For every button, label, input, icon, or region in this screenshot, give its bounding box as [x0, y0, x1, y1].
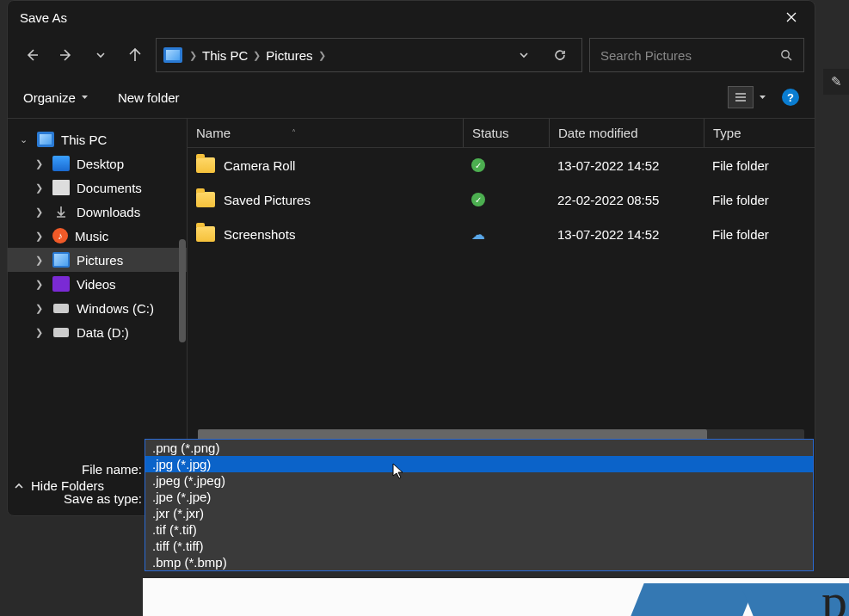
new-folder-button[interactable]: New folder — [118, 90, 180, 105]
column-status[interactable]: Status — [463, 119, 549, 147]
column-headers: Name ˄ Status Date modified Type — [188, 119, 815, 148]
address-bar[interactable]: ❯ This PC ❯ Pictures ❯ — [156, 38, 582, 72]
close-button[interactable] — [772, 3, 811, 31]
file-date: 13-07-2022 14:52 — [557, 158, 659, 173]
caret-down-icon — [81, 94, 89, 102]
dropdown-option[interactable]: .jpe (*.jpe) — [145, 489, 813, 505]
arrow-up-icon — [127, 47, 143, 63]
dropdown-option[interactable]: .tiff (*.tiff) — [145, 538, 813, 554]
file-row[interactable]: Camera Roll✓13-07-2022 14:52File folder — [188, 148, 815, 182]
file-type: File folder — [712, 227, 769, 242]
chevron-down-icon[interactable]: ⌄ — [20, 134, 30, 145]
tree-item-label: Videos — [77, 277, 116, 292]
dropdown-option[interactable]: .jpeg (*.jpeg) — [145, 472, 813, 489]
chevron-right-icon: ❯ — [189, 50, 197, 61]
file-name: Screenshots — [224, 227, 295, 242]
help-icon: ? — [787, 91, 794, 104]
chevron-right-icon[interactable]: ❯ — [35, 303, 46, 314]
organize-button[interactable]: Organize — [23, 90, 89, 105]
column-type[interactable]: Type — [704, 119, 815, 147]
arrow-left-icon — [24, 47, 40, 63]
chevron-right-icon[interactable]: ❯ — [35, 255, 46, 266]
drive-icon — [52, 324, 70, 340]
dropdown-option[interactable]: .png (*.png) — [145, 440, 813, 456]
chevron-right-icon[interactable]: ❯ — [35, 327, 46, 338]
drive-icon — [52, 300, 70, 316]
chevron-right-icon[interactable]: ❯ — [35, 279, 46, 290]
dropdown-option[interactable]: .bmp (*.bmp) — [145, 554, 813, 570]
file-type: File folder — [712, 158, 769, 173]
pc-icon — [37, 132, 54, 147]
new-folder-label: New folder — [118, 90, 180, 105]
pic-icon — [52, 252, 70, 268]
file-row[interactable]: Screenshots☁13-07-2022 14:52File folder — [188, 217, 815, 251]
column-date[interactable]: Date modified — [549, 119, 704, 147]
breadcrumb-segment[interactable]: Pictures — [266, 48, 312, 63]
filename-label: File name: — [13, 462, 142, 477]
download-icon — [52, 204, 70, 219]
recent-button[interactable] — [87, 41, 114, 69]
search-input[interactable]: Search Pictures — [589, 38, 804, 72]
forward-button[interactable] — [52, 41, 80, 69]
tree-item-label: Pictures — [77, 253, 123, 268]
tree-item[interactable]: ❯Data (D:) — [8, 320, 187, 344]
column-name-label: Name — [196, 126, 231, 140]
file-list-pane: Name ˄ Status Date modified Type Camera … — [187, 119, 815, 447]
chevron-down-icon — [519, 50, 529, 60]
up-button[interactable] — [121, 41, 149, 69]
tree-item[interactable]: ❯Pictures — [8, 248, 187, 272]
view-button[interactable] — [728, 86, 766, 108]
file-name: Camera Roll — [224, 158, 295, 173]
savetype-dropdown[interactable]: .png (*.png).jpg (*.jpg).jpeg (*.jpeg).j… — [145, 439, 814, 571]
close-icon — [786, 12, 797, 22]
tree-scrollbar[interactable] — [179, 239, 186, 342]
refresh-icon — [553, 48, 567, 62]
back-button[interactable] — [18, 41, 46, 69]
search-placeholder: Search Pictures — [600, 48, 692, 63]
chevron-right-icon[interactable]: ❯ — [35, 231, 46, 242]
file-date: 13-07-2022 14:52 — [557, 227, 659, 242]
list-view-icon — [735, 92, 747, 102]
column-name[interactable]: Name ˄ — [188, 119, 463, 147]
breadcrumb-segment[interactable]: This PC — [202, 48, 248, 63]
doc-icon — [52, 180, 70, 195]
tree-item[interactable]: ❯Windows (C:) — [8, 296, 187, 320]
file-rows: Camera Roll✓13-07-2022 14:52File folderS… — [188, 148, 815, 426]
organize-label: Organize — [23, 90, 76, 105]
tree-item[interactable]: ❯Downloads — [8, 200, 187, 224]
status-cloud-icon: ☁ — [471, 226, 485, 243]
tree-item[interactable]: ❯Documents — [8, 176, 187, 200]
dropdown-option[interactable]: .tif (*.tif) — [145, 521, 813, 538]
tree-item[interactable]: ❯♪Music — [8, 224, 187, 248]
background-app-icon: ✎ — [823, 69, 849, 95]
caret-down-icon — [759, 94, 766, 102]
tree-root-label: This PC — [61, 132, 107, 147]
chevron-right-icon[interactable]: ❯ — [35, 158, 46, 169]
dropdown-option[interactable]: .jxr (*.jxr) — [145, 505, 813, 521]
tree-item-label: Windows (C:) — [77, 301, 154, 316]
tree-item-label: Desktop — [77, 157, 124, 171]
address-dropdown-button[interactable] — [509, 50, 538, 60]
tree-item[interactable]: ❯Videos — [8, 272, 187, 296]
title-text: Save As — [20, 10, 67, 25]
search-icon — [780, 49, 793, 62]
tree-root-this-pc[interactable]: ⌄ This PC — [8, 127, 187, 151]
file-type: File folder — [712, 193, 769, 207]
navigation-tree[interactable]: ⌄ This PC ❯Desktop❯Documents❯Downloads❯♪… — [8, 119, 187, 447]
chevron-right-icon[interactable]: ❯ — [35, 206, 46, 218]
chevron-right-icon[interactable]: ❯ — [35, 182, 46, 194]
file-row[interactable]: Saved Pictures✓22-02-2022 08:55File fold… — [188, 182, 815, 217]
music-icon: ♪ — [52, 228, 68, 243]
dropdown-option[interactable]: .jpg (*.jpg) — [145, 456, 813, 472]
help-button[interactable]: ? — [782, 89, 799, 106]
column-status-label: Status — [472, 126, 509, 140]
chevron-down-icon — [95, 50, 106, 60]
tree-item-label: Downloads — [77, 205, 140, 219]
pc-icon — [163, 47, 182, 63]
chevron-right-icon: ❯ — [318, 50, 326, 61]
refresh-button[interactable] — [545, 48, 575, 62]
breadcrumb: ❯ This PC ❯ Pictures ❯ — [189, 48, 326, 63]
hide-folders-button[interactable]: Hide Folders — [14, 478, 104, 493]
folder-icon — [196, 226, 215, 242]
tree-item[interactable]: ❯Desktop — [8, 151, 187, 176]
